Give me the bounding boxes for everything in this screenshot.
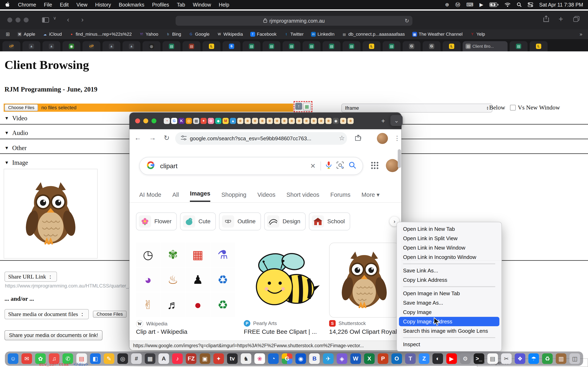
menubar-item[interactable]: Profiles — [152, 2, 169, 8]
forward-button[interactable]: › — [81, 16, 84, 24]
browser-tab[interactable]: ▤ — [242, 41, 260, 51]
dock-app-icon[interactable]: ▤ — [487, 353, 498, 364]
browser-tab[interactable]: ▤ — [283, 41, 301, 51]
context-menu-item[interactable]: Copy Image — [399, 308, 499, 317]
search-submit-icon[interactable] — [349, 161, 356, 170]
bookmark-item[interactable]: ⌘ Apple — [17, 32, 35, 37]
popup-tab-favicon[interactable]: ❀ — [340, 118, 346, 124]
popup-tab-favicon[interactable]: ▦ — [193, 118, 199, 124]
share-icon[interactable] — [543, 16, 549, 24]
popup-scrollbar-thumb[interactable] — [398, 149, 401, 168]
popup-tab-favicon[interactable]: ❀ — [325, 118, 332, 124]
chip-outline[interactable]: Outline — [219, 212, 261, 230]
dock-app-icon[interactable]: tv — [227, 353, 238, 364]
dock-app-icon[interactable]: ▶ — [446, 353, 457, 364]
image-file-icon[interactable]: ▦ — [303, 103, 311, 110]
popup-forward-icon[interactable]: → — [149, 134, 156, 142]
kebab-menu-icon[interactable]: ⋮ — [394, 134, 400, 142]
minimize-window-button[interactable] — [16, 17, 20, 22]
dock-app-icon[interactable]: B — [309, 353, 320, 364]
network-icon[interactable]: ⊕ — [445, 2, 449, 8]
browser-tab[interactable]: L — [443, 41, 461, 51]
bookmark-item[interactable]: ▤ db_connect.p...aaasaaafaas — [342, 32, 405, 37]
browser-tab[interactable]: ▲ — [22, 41, 40, 51]
battery-icon[interactable] — [489, 2, 498, 7]
control-center-icon[interactable] — [528, 2, 533, 7]
browser-tab[interactable]: ◉ — [62, 41, 80, 51]
browser-tab[interactable]: ▲ — [103, 41, 121, 51]
popup-tab-favicon[interactable]: ✦ — [200, 118, 207, 124]
context-menu-item[interactable]: Open Link in New Window — [399, 243, 499, 252]
choose-files-button[interactable]: Choose Files — [4, 104, 38, 111]
wifi-icon[interactable] — [504, 2, 511, 7]
browser-tab[interactable]: ▤ — [163, 41, 181, 51]
dock-app-icon[interactable]: ♞ — [241, 353, 251, 364]
browser-tab[interactable]: ▤ — [182, 41, 200, 51]
result3-title[interactable]: 14,226 Owl Clipart Royalt... — [329, 328, 401, 335]
result1-source[interactable]: W Wikipedia — [136, 320, 167, 327]
reload-icon[interactable]: ↻ — [405, 18, 409, 24]
tab-overview-icon[interactable] — [573, 16, 579, 24]
popup-tab-favicon[interactable]: ▲ — [230, 118, 236, 124]
dock-app-icon[interactable]: ◉ — [295, 353, 306, 364]
browser-tab[interactable]: ▤ — [323, 41, 341, 51]
dock-app-icon[interactable]: X — [364, 353, 375, 364]
menubar-item[interactable]: Chrome — [18, 2, 36, 8]
google-result-tab[interactable]: Images — [190, 190, 210, 202]
dock-app-icon[interactable]: ♪ — [172, 353, 183, 364]
menubar-item[interactable]: Bookmarks — [119, 2, 144, 8]
google-result-tab[interactable]: All — [172, 192, 179, 202]
dock-app-icon[interactable]: ⚙ — [460, 353, 471, 364]
browser-tab[interactable]: ▤ — [303, 41, 320, 51]
result3-source[interactable]: S Shutterstock — [329, 320, 366, 327]
dock-app-icon[interactable]: ◎ — [117, 353, 128, 364]
chip-school[interactable]: School — [309, 212, 350, 230]
browser-tab[interactable]: ▤ — [343, 41, 361, 51]
menubar-item[interactable]: View — [76, 2, 87, 8]
context-menu-item[interactable]: Open Link in Split View — [399, 234, 499, 243]
play-icon[interactable]: ▶ — [480, 2, 483, 8]
dock-app-icon[interactable]: ◈ — [337, 353, 347, 364]
dock-app-icon[interactable]: ✎ — [104, 353, 114, 364]
bookmark-item[interactable]: W Wikipedia — [217, 32, 243, 37]
bookmark-item[interactable]: ● find_minus....rep+%22s%22 — [69, 32, 132, 37]
popup-close-button[interactable] — [135, 118, 140, 123]
popup-tab-favicon[interactable]: ❀ — [347, 118, 354, 124]
popup-address-bar[interactable]: google.com/search?sca_esv=5e9bb948607cc7… — [175, 132, 347, 145]
browser-tab[interactable]: cP — [82, 41, 100, 51]
address-bar[interactable]: rjmprogramming.com.au ↻ — [176, 16, 412, 26]
result1-title[interactable]: Clip art - Wikipedia — [136, 328, 235, 335]
dock-app-icon[interactable]: ☂ — [528, 353, 539, 364]
owl-image[interactable] — [4, 169, 98, 259]
dock-app-icon[interactable]: ◧ — [90, 353, 101, 364]
chip-flower[interactable]: Flower — [136, 212, 177, 230]
section-audio[interactable]: ▼ Audio — [4, 129, 28, 137]
bookmark-item[interactable]: Y! Yahoo — [139, 32, 158, 37]
dock-app-icon[interactable]: ◔ — [268, 353, 279, 364]
context-menu-item[interactable]: Copy Image Address — [399, 317, 499, 326]
google-result-tab[interactable]: AI Mode — [139, 192, 161, 202]
dock-app-icon[interactable]: ✉ — [21, 353, 32, 364]
dock-app-icon[interactable]: ♻ — [542, 353, 553, 364]
m-circle-icon[interactable]: Ⓜ — [455, 1, 460, 8]
popup-tab-favicon[interactable]: ❀ — [289, 118, 295, 124]
dock-app-icon[interactable]: ▥ — [556, 353, 566, 364]
browser-tab[interactable]: 6 — [223, 41, 241, 51]
keyboard-icon[interactable]: ⌨ — [466, 2, 474, 8]
menubar-item[interactable]: History — [95, 2, 111, 8]
bookmarks-overflow-icon[interactable]: » — [580, 31, 582, 37]
popup-tab-favicon[interactable]: ◔ — [164, 118, 170, 124]
browser-tab[interactable]: G — [403, 41, 421, 51]
menubar-item[interactable]: Help — [219, 2, 229, 8]
browser-tab[interactable]: ▤ — [383, 41, 401, 51]
popup-zoom-button[interactable] — [151, 118, 156, 123]
google-apps-grid-icon[interactable] — [371, 162, 379, 169]
dock-app-icon[interactable]: A — [158, 353, 169, 364]
dock-app-icon[interactable]: O — [391, 353, 402, 364]
popup-tab-favicon[interactable]: ❀ — [245, 118, 251, 124]
voice-search-mic-icon[interactable] — [326, 161, 332, 171]
spotlight-search-icon[interactable] — [517, 2, 522, 7]
section-image[interactable]: ▼ Image — [4, 159, 28, 166]
popup-new-tab-button[interactable]: + — [381, 117, 385, 125]
chip-design[interactable]: Design — [264, 212, 306, 230]
